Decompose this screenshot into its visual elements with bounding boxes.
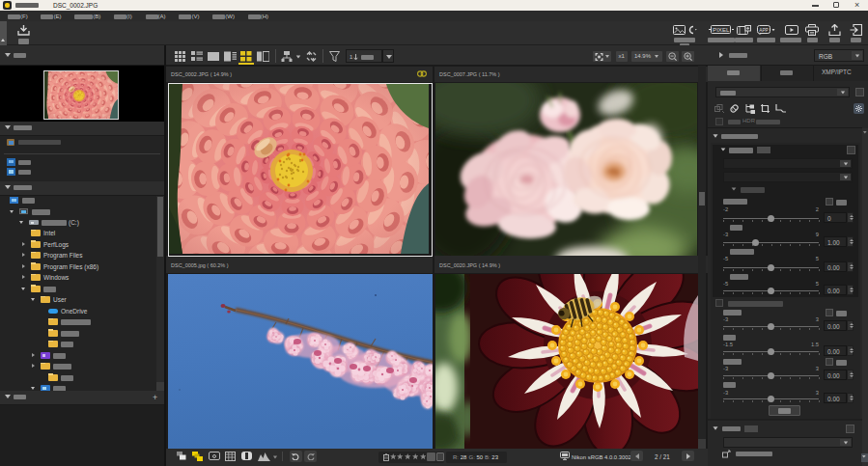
svg-text:PIXEL: PIXEL (713, 26, 730, 33)
svg-text:APP: APP (759, 28, 769, 33)
